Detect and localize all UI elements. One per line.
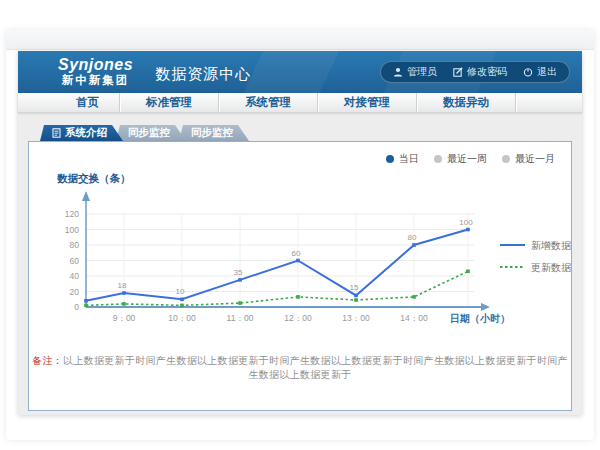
tab-label: 系统介绍 bbox=[65, 126, 107, 140]
svg-text:11：00: 11：00 bbox=[227, 313, 254, 323]
tab-bar: 系统介绍 同步监控 同步监控 bbox=[40, 125, 242, 141]
nav-item-system-mgmt[interactable]: 系统管理 bbox=[219, 93, 318, 112]
svg-text:40: 40 bbox=[70, 271, 80, 281]
svg-text:60: 60 bbox=[70, 256, 80, 266]
range-option-last-week[interactable]: 最近一周 bbox=[434, 152, 487, 166]
svg-text:80: 80 bbox=[70, 240, 80, 250]
svg-text:60: 60 bbox=[292, 249, 301, 258]
svg-text:数据交换（条）: 数据交换（条） bbox=[56, 172, 131, 185]
logout-label: 退出 bbox=[537, 65, 557, 79]
svg-text:20: 20 bbox=[70, 287, 80, 297]
content-panel: 当日 最近一周 最近一月 0204060801001209：0010：0011：… bbox=[28, 141, 572, 411]
radio-icon bbox=[386, 155, 394, 163]
tab-label: 同步监控 bbox=[191, 126, 233, 140]
svg-text:120: 120 bbox=[65, 209, 79, 219]
current-user-button[interactable]: 管理员 bbox=[393, 65, 437, 79]
svg-text:更新数据: 更新数据 bbox=[531, 262, 572, 273]
app-page: Synjones 新中新集团 数据资源中心 管理员 修改密码 退出 bbox=[18, 51, 582, 415]
brand-logo-text: Synjones bbox=[58, 57, 133, 73]
logout-button[interactable]: 退出 bbox=[523, 65, 557, 79]
range-option-today[interactable]: 当日 bbox=[386, 152, 419, 166]
app-header: Synjones 新中新集团 数据资源中心 管理员 修改密码 退出 bbox=[18, 51, 582, 93]
svg-text:100: 100 bbox=[65, 225, 79, 235]
footer-note: 备注：以上数据更新于时间产生数据以上数据更新于时间产生数据以上数据更新于时间产生… bbox=[29, 354, 571, 382]
svg-text:10: 10 bbox=[176, 287, 185, 296]
tab-sync-monitor-2[interactable]: 同步监控 bbox=[179, 125, 249, 141]
svg-text:15: 15 bbox=[350, 283, 359, 292]
svg-text:12：00: 12：00 bbox=[284, 313, 312, 323]
radio-icon bbox=[434, 155, 442, 163]
time-range-selector: 当日 最近一周 最近一月 bbox=[386, 152, 555, 166]
svg-text:新增数据: 新增数据 bbox=[531, 240, 572, 251]
change-password-label: 修改密码 bbox=[467, 65, 507, 79]
document-icon bbox=[52, 128, 61, 138]
brand-logo-subtext: 新中新集团 bbox=[58, 75, 133, 87]
window-chrome bbox=[6, 30, 594, 50]
svg-text:13：00: 13：00 bbox=[342, 313, 370, 323]
note-prefix: 备注： bbox=[32, 355, 63, 366]
current-user-label: 管理员 bbox=[407, 65, 437, 79]
page-title: 数据资源中心 bbox=[155, 61, 251, 84]
svg-text:日期（小时）: 日期（小时） bbox=[450, 313, 510, 324]
line-chart: 0204060801001209：0010：0011：0012：0013：001… bbox=[29, 166, 573, 346]
svg-text:14：00: 14：00 bbox=[400, 313, 428, 323]
range-option-label: 最近一周 bbox=[447, 152, 487, 166]
brand-logo: Synjones 新中新集团 bbox=[58, 57, 133, 87]
svg-text:10：00: 10：00 bbox=[168, 313, 196, 323]
svg-text:0: 0 bbox=[74, 302, 79, 312]
range-option-label: 当日 bbox=[399, 152, 419, 166]
svg-text:18: 18 bbox=[118, 281, 127, 290]
tab-sync-monitor-1[interactable]: 同步监控 bbox=[116, 125, 186, 141]
range-option-label: 最近一月 bbox=[515, 152, 555, 166]
nav-item-home[interactable]: 首页 bbox=[56, 93, 120, 112]
user-toolbar: 管理员 修改密码 退出 bbox=[380, 61, 570, 83]
nav-item-data-change[interactable]: 数据异动 bbox=[417, 93, 516, 112]
tab-label: 同步监控 bbox=[128, 126, 170, 140]
data-exchange-chart: 0204060801001209：0010：0011：0012：0013：001… bbox=[29, 166, 573, 346]
main-nav: 首页 标准管理 系统管理 对接管理 数据异动 bbox=[18, 93, 582, 113]
user-icon bbox=[393, 67, 403, 77]
range-option-last-month[interactable]: 最近一月 bbox=[502, 152, 555, 166]
power-icon bbox=[523, 67, 533, 77]
change-password-button[interactable]: 修改密码 bbox=[453, 65, 507, 79]
svg-text:80: 80 bbox=[408, 233, 417, 242]
edit-icon bbox=[453, 67, 463, 77]
nav-item-standard-mgmt[interactable]: 标准管理 bbox=[120, 93, 219, 112]
tab-system-intro[interactable]: 系统介绍 bbox=[40, 125, 123, 141]
svg-text:100: 100 bbox=[459, 218, 473, 227]
radio-icon bbox=[502, 155, 510, 163]
svg-text:35: 35 bbox=[234, 268, 243, 277]
note-text: 以上数据更新于时间产生数据以上数据更新于时间产生数据以上数据更新于时间产生数据以… bbox=[63, 355, 568, 380]
nav-item-interface-mgmt[interactable]: 对接管理 bbox=[318, 93, 417, 112]
svg-text:9：00: 9：00 bbox=[113, 313, 136, 323]
